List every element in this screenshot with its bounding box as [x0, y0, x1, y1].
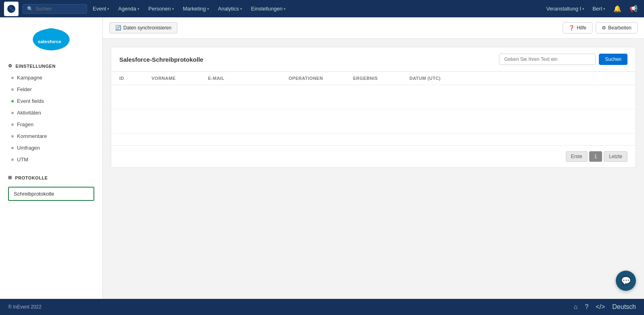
sidebar-item-kommentare[interactable]: Kommentare: [0, 130, 102, 142]
bullet-icon: [11, 77, 14, 79]
nav-item-agenda[interactable]: Agenda ▾: [114, 3, 143, 14]
nav-menu: Event ▾ Agenda ▾ Personen ▾ Marketing ▾ …: [89, 3, 542, 14]
card-title: Salesforce-Schreibprotokolle: [119, 56, 203, 63]
einstellungen-section-title: ⚙ EINSTELLUNGEN: [0, 58, 102, 72]
card-search-button[interactable]: Suchen: [599, 54, 627, 65]
search-input[interactable]: [35, 6, 80, 12]
sidebar-item-utm[interactable]: UTM: [0, 154, 102, 165]
pagination: Erste 1 Letzte: [111, 146, 636, 167]
sidebar-item-fragen[interactable]: Fragen: [0, 119, 102, 130]
table-body: [111, 85, 636, 146]
content-area: 🔄 Daten synchronisieren ❓ Hilfe ⚙ Bearbe…: [103, 17, 644, 299]
last-page-button[interactable]: Letzte: [604, 151, 627, 162]
col-id: ID: [119, 76, 152, 81]
bullet-green-icon: [11, 100, 14, 102]
footer: ® InEvent 2022 ⌂ ? </> Deutsch: [0, 299, 644, 315]
empty-row-2: [111, 109, 636, 134]
sidebar-item-eventfields[interactable]: Event fields: [0, 95, 102, 107]
bullet-icon: [11, 88, 14, 91]
settings-icon: ⚙: [8, 63, 12, 69]
sync-icon: 🔄: [115, 25, 121, 31]
card-header: Salesforce-Schreibprotokolle Suchen: [111, 47, 636, 72]
search-icon: 🔍: [27, 6, 33, 12]
app-logo: 🐾: [4, 2, 19, 16]
chevron-down-icon: ▾: [284, 7, 286, 11]
bullet-icon: [11, 123, 14, 126]
sidebar-item-felder[interactable]: Felder: [0, 83, 102, 95]
user-menu[interactable]: Bert ▾: [590, 4, 608, 13]
code-icon[interactable]: </>: [596, 303, 605, 311]
nav-item-analytics[interactable]: Analytics ▾: [214, 3, 246, 14]
nav-item-marketing[interactable]: Marketing ▾: [179, 3, 213, 14]
notifications-icon[interactable]: 🔔: [611, 3, 624, 14]
col-vorname: VORNAME: [152, 76, 208, 81]
salesforce-logo: salesforce: [29, 25, 73, 54]
main-card: Salesforce-Schreibprotokolle Suchen ID V…: [111, 47, 636, 168]
nav-item-personen[interactable]: Personen ▾: [144, 3, 178, 14]
empty-row-1: [111, 85, 636, 109]
chevron-down-icon: ▾: [207, 7, 209, 11]
bullet-icon: [11, 135, 14, 138]
gear-icon: ⚙: [602, 25, 606, 31]
footer-right: ⌂ ? </> Deutsch: [574, 303, 636, 311]
bullet-icon: [11, 159, 14, 161]
sidebar-item-umfragen[interactable]: Umfragen: [0, 142, 102, 154]
protokolle-section-title: ⊞ PROTOKOLLE: [0, 169, 102, 184]
table-icon: ⊞: [8, 175, 12, 180]
copyright-text: ® InEvent 2022: [8, 304, 42, 310]
nav-item-einstellungen[interactable]: Einstellungen ▾: [247, 3, 290, 14]
sidebar-item-aktivitaeten[interactable]: Aktivitäten: [0, 107, 102, 119]
chat-fab-button[interactable]: 💬: [616, 271, 636, 291]
sidebar-item-kampagne[interactable]: Kampagne: [0, 72, 102, 83]
sidebar: salesforce ⚙ EINSTELLUNGEN Kampagne Feld…: [0, 17, 103, 299]
question-icon: ❓: [569, 25, 575, 31]
sidebar-logo-area: salesforce: [0, 17, 102, 58]
card-search-area: Suchen: [499, 54, 627, 65]
chevron-down-icon: ▾: [137, 7, 139, 11]
help-footer-icon[interactable]: ?: [585, 303, 588, 311]
sidebar-menu-einstellungen: Kampagne Felder Event fields Aktivitäten…: [0, 72, 102, 169]
toolbar-left: 🔄 Daten synchronisieren: [109, 22, 177, 33]
bullet-icon: [11, 147, 14, 149]
table-header: ID VORNAME E-MAIL OPERATIONEN ERGEBNIS D…: [111, 72, 636, 85]
svg-text:🐾: 🐾: [9, 6, 15, 12]
col-email: E-MAIL: [208, 76, 289, 81]
sidebar-item-schreibprotokolle[interactable]: Schreibprotokolle: [8, 187, 94, 201]
svg-text:salesforce: salesforce: [38, 39, 62, 44]
chevron-down-icon: ▾: [172, 7, 174, 11]
bullet-icon: [11, 112, 14, 114]
toolbar: 🔄 Daten synchronisieren ❓ Hilfe ⚙ Bearbe…: [103, 17, 644, 39]
edit-button[interactable]: ⚙ Bearbeiten: [596, 22, 638, 33]
chevron-down-icon: ▾: [107, 7, 109, 11]
chevron-down-icon: ▾: [582, 7, 584, 11]
help-button[interactable]: ❓ Hilfe: [563, 22, 592, 33]
nav-right: Veranstaltung I ▾ Bert ▾ 🔔 📢: [544, 3, 640, 14]
first-page-button[interactable]: Erste: [566, 151, 588, 162]
col-ergebnis: ERGEBNIS: [353, 76, 409, 81]
sync-button[interactable]: 🔄 Daten synchronisieren: [109, 22, 177, 33]
active-item-container: Schreibprotokolle: [0, 184, 102, 204]
main-layout: salesforce ⚙ EINSTELLUNGEN Kampagne Feld…: [0, 17, 644, 299]
page-content: Salesforce-Schreibprotokolle Suchen ID V…: [103, 39, 644, 299]
nav-item-event[interactable]: Event ▾: [89, 3, 113, 14]
col-datum: DATUM (UTC): [409, 76, 627, 81]
toolbar-right: ❓ Hilfe ⚙ Bearbeiten: [563, 22, 638, 33]
col-operationen: OPERATIONEN: [289, 76, 353, 81]
logo-icon: 🐾: [6, 4, 16, 14]
bell-outline-icon[interactable]: 📢: [627, 3, 640, 14]
home-icon[interactable]: ⌂: [574, 303, 578, 311]
chevron-down-icon: ▾: [603, 7, 605, 11]
top-navigation: 🐾 🔍 Event ▾ Agenda ▾ Personen ▾ Marketin…: [0, 0, 644, 17]
chevron-down-icon: ▾: [240, 7, 242, 11]
search-box[interactable]: 🔍: [23, 4, 87, 14]
current-page-button[interactable]: 1: [589, 151, 602, 162]
veranstaltung-selector[interactable]: Veranstaltung I ▾: [544, 4, 587, 13]
language-selector[interactable]: Deutsch: [612, 303, 636, 311]
card-search-input[interactable]: [499, 54, 596, 65]
